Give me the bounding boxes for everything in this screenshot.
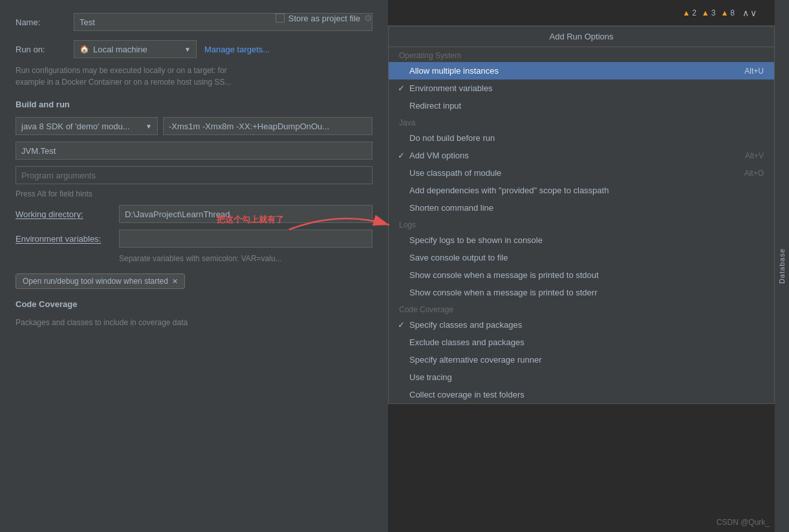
- run-on-label: Run on:: [16, 45, 74, 54]
- menu-item-show-console-stdout[interactable]: Show console when a message is printed t…: [389, 266, 774, 284]
- database-label: Database: [778, 248, 786, 284]
- watermark: CSDN @Qurk_: [717, 518, 770, 527]
- annotation-group: 把这个勾上就有了: [217, 207, 405, 233]
- env-vars-label: Environment variables:: [16, 234, 119, 244]
- check-specify-classes-icon: ✓: [398, 320, 405, 330]
- sep-hint: Separate variables with semicolon: VAR=v…: [119, 254, 373, 263]
- menu-item-specify-classes[interactable]: ✓ Specify classes and packages: [389, 316, 774, 334]
- prog-args-row: [16, 166, 373, 187]
- menu-item-add-vm-shortcut: Alt+V: [745, 151, 764, 160]
- menu-item-allow-multiple-label: Allow multiple instances: [409, 66, 499, 76]
- sdk-row: java 8 SDK of 'demo' modu... ▼: [16, 117, 373, 135]
- red-arrow: [289, 207, 405, 233]
- menu-item-exclude-classes[interactable]: Exclude classes and packages: [389, 334, 774, 351]
- menu-item-specify-logs-label: Specify logs to be shown in console: [409, 235, 543, 245]
- menu-item-add-vm[interactable]: ✓ Add VM options Alt+V: [389, 147, 774, 164]
- section-label-os: Operating System: [389, 47, 774, 62]
- warning-badge-1: ▲ 2: [682, 8, 697, 17]
- menu-item-allow-multiple-shortcut: Alt+U: [744, 67, 764, 76]
- warn-count-1: 2: [692, 8, 697, 17]
- menu-item-classpath-module[interactable]: Use classpath of module Alt+O: [389, 164, 774, 182]
- warn-triangle-icon-2: ▲: [702, 8, 709, 17]
- run-on-row: Run on: 🏠 Local machine ▼ Manage targets…: [16, 40, 373, 58]
- store-checkbox[interactable]: [276, 14, 285, 23]
- annotation-text: 把这个勾上就有了: [217, 214, 284, 226]
- menu-item-collect-coverage[interactable]: Collect coverage in test folders: [389, 386, 774, 403]
- main-class-input[interactable]: [16, 142, 373, 160]
- menu-item-no-build-label: Do not build before run: [409, 133, 495, 143]
- menu-item-classpath-module-shortcut: Alt+O: [744, 169, 764, 178]
- warn-count-3: 8: [730, 8, 735, 17]
- database-sidebar[interactable]: Database: [775, 0, 789, 532]
- open-debug-label: Open run/debug tool window when started: [23, 277, 168, 286]
- menu-item-save-console-label: Save console output to file: [409, 253, 508, 262]
- menu-item-show-console-stderr[interactable]: Show console when a message is printed t…: [389, 284, 774, 301]
- menu-header: Add Run Options: [389, 27, 774, 47]
- nav-up-icon[interactable]: ∧: [742, 8, 749, 18]
- warn-count-2: 3: [711, 8, 716, 17]
- hint-text: Press Alt for field hints: [16, 189, 373, 198]
- sdk-value: java 8 SDK of 'demo' modu...: [21, 122, 130, 131]
- nav-arrows: ∧ ∨: [742, 8, 757, 18]
- run-on-dropdown[interactable]: 🏠 Local machine ▼: [74, 40, 197, 58]
- open-debug-tag[interactable]: Open run/debug tool window when started …: [16, 273, 185, 289]
- gear-icon[interactable]: ⚙: [364, 13, 373, 23]
- code-coverage-title: Code Coverage: [16, 299, 373, 309]
- menu-item-specify-logs[interactable]: Specify logs to be shown in console: [389, 231, 774, 249]
- section-label-logs: Logs: [389, 217, 774, 231]
- chevron-down-icon: ▼: [184, 46, 191, 53]
- manage-targets-link[interactable]: Manage targets...: [204, 45, 270, 54]
- menu-item-allow-multiple[interactable]: Allow multiple instances Alt+U: [389, 62, 774, 80]
- warning-badge-2: ▲ 3: [702, 8, 716, 17]
- menu-item-specify-classes-label: Specify classes and packages: [409, 320, 522, 330]
- check-add-vm-icon: ✓: [398, 151, 405, 160]
- check-env-vars-icon: ✓: [398, 83, 405, 93]
- description-text: Run configurations may be executed local…: [16, 65, 373, 88]
- store-checkbox-row: Store as project file ⚙: [276, 13, 373, 23]
- name-label: Name:: [16, 17, 74, 27]
- menu-item-no-build[interactable]: Do not build before run: [389, 129, 774, 147]
- menu-item-env-vars-label: Environment variables: [409, 83, 493, 93]
- store-label: Store as project file: [288, 14, 360, 23]
- menu-item-collect-coverage-label: Collect coverage in test folders: [409, 390, 524, 399]
- menu-item-add-vm-label: Add VM options: [409, 151, 469, 160]
- warning-badge-3: ▲ 8: [720, 8, 735, 17]
- warn-triangle-icon-3: ▲: [720, 8, 728, 17]
- sdk-chevron-icon: ▼: [146, 123, 152, 130]
- vm-options-input[interactable]: [163, 117, 373, 135]
- menu-item-show-console-stdout-label: Show console when a message is printed t…: [409, 270, 599, 280]
- sdk-dropdown[interactable]: java 8 SDK of 'demo' modu... ▼: [16, 117, 158, 135]
- menu-item-redirect-input-label: Redirect input: [409, 101, 461, 111]
- local-machine-text: Local machine: [93, 45, 147, 54]
- main-class-row: [16, 142, 373, 160]
- menu-item-exclude-classes-label: Exclude classes and packages: [409, 337, 524, 347]
- menu-item-use-tracing-label: Use tracing: [409, 372, 452, 382]
- menu-item-use-tracing[interactable]: Use tracing: [389, 368, 774, 386]
- nav-down-icon[interactable]: ∨: [750, 8, 757, 18]
- menu-item-alt-runner[interactable]: Specify alternative coverage runner: [389, 351, 774, 368]
- menu-item-redirect-input[interactable]: Redirect input: [389, 97, 774, 114]
- menu-item-save-console[interactable]: Save console output to file: [389, 249, 774, 266]
- coverage-desc: Packages and classes to include in cover…: [16, 317, 373, 328]
- left-panel: Store as project file ⚙ Name: Run on: 🏠 …: [0, 0, 388, 532]
- menu-item-env-vars[interactable]: ✓ Environment variables: [389, 80, 774, 97]
- menu-item-shorten-cmd[interactable]: Shorten command line: [389, 199, 774, 217]
- working-dir-label: Working directory:: [16, 209, 119, 219]
- tag-close-icon[interactable]: ✕: [172, 277, 178, 286]
- top-bar: ▲ 2 ▲ 3 ▲ 8 ∧ ∨: [388, 0, 789, 26]
- menu-item-classpath-module-label: Use classpath of module: [409, 168, 501, 178]
- menu-item-shorten-cmd-label: Shorten command line: [409, 203, 493, 213]
- prog-args-input[interactable]: [16, 166, 373, 184]
- build-and-run-title: Build and run: [16, 100, 373, 109]
- right-panel: ▲ 2 ▲ 3 ▲ 8 ∧ ∨ Add Run Options Operatin…: [388, 0, 789, 532]
- context-menu: Add Run Options Operating System Allow m…: [388, 26, 775, 404]
- menu-item-show-console-stderr-label: Show console when a message is printed t…: [409, 288, 598, 297]
- section-label-java: Java: [389, 114, 774, 129]
- menu-item-add-deps[interactable]: Add dependencies with "provided" scope t…: [389, 182, 774, 199]
- warn-triangle-icon-1: ▲: [682, 8, 690, 17]
- menu-item-alt-runner-label: Specify alternative coverage runner: [409, 355, 542, 365]
- home-icon: 🏠: [80, 45, 89, 54]
- menu-item-add-deps-label: Add dependencies with "provided" scope t…: [409, 186, 609, 195]
- section-label-coverage: Code Coverage: [389, 301, 774, 316]
